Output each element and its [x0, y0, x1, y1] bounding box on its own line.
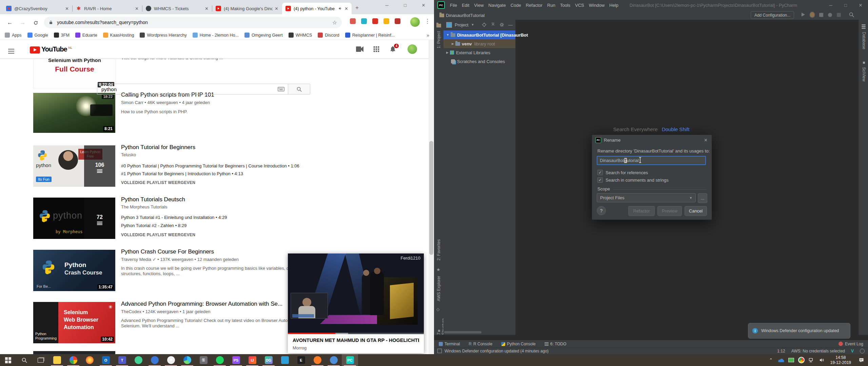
- scrollbar-thumb[interactable]: [429, 141, 433, 255]
- video-frame[interactable]: Ferdi1210: [288, 253, 424, 334]
- bookmark-whmcs[interactable]: WHMCS: [289, 33, 312, 38]
- dialog-title-bar[interactable]: PC Rename ✕: [592, 135, 712, 145]
- new-tab-button[interactable]: +: [355, 4, 359, 11]
- view-full-playlist-link[interactable]: VOLLEDIGE PLAYLIST WEERGEVEN: [121, 180, 195, 185]
- project-panel-title[interactable]: Project: [455, 22, 468, 27]
- taskbar-search-button[interactable]: [16, 354, 33, 366]
- onedrive-icon[interactable]: [776, 354, 786, 366]
- gear-icon[interactable]: [499, 22, 504, 27]
- cancel-button[interactable]: Cancel: [685, 206, 707, 216]
- taskbar-edge[interactable]: [179, 354, 195, 366]
- tab-close-icon[interactable]: ✕: [205, 6, 209, 11]
- taskbar-keepass[interactable]: ⚿: [195, 354, 212, 366]
- video-title[interactable]: Python Tutorials Deutsch: [121, 196, 185, 203]
- browser-close-button[interactable]: ✕: [416, 0, 431, 10]
- menu-vcs[interactable]: VCS: [575, 3, 584, 8]
- bookmark-home-2lemon-ho[interactable]: Home - 2lemon Ho...: [193, 33, 239, 38]
- taskbar-firefox[interactable]: [81, 354, 98, 366]
- extension-2-icon[interactable]: [361, 18, 367, 24]
- taskbar-clock[interactable]: 14:58 19-12-2019: [827, 355, 854, 365]
- taskbar-vscode[interactable]: [277, 354, 293, 366]
- taskbar-discord[interactable]: [326, 354, 342, 366]
- locate-icon[interactable]: [482, 22, 487, 27]
- taskbar-outlook[interactable]: O: [98, 354, 114, 366]
- browser-maximize-button[interactable]: □: [397, 0, 413, 10]
- scope-dropdown[interactable]: Project Files ▼: [597, 193, 696, 202]
- apps-grid-icon[interactable]: [373, 46, 380, 53]
- checkbox-search-comments[interactable]: ✓ Search in comments and strings: [597, 177, 669, 183]
- video-preview-player[interactable]: Ferdi1210 AVONTUREN MET MAHMUD IN GTA RP…: [288, 253, 424, 353]
- playlist-entry[interactable]: Python 3 Tutorial #1 - Einleitung und In…: [121, 215, 227, 220]
- notifications-bell-icon[interactable]: 4: [389, 45, 396, 53]
- profiler-button[interactable]: [828, 13, 832, 17]
- youtube-avatar[interactable]: [408, 44, 417, 54]
- bookmark-reisplanner-reisinf[interactable]: Reisplanner | Reisinf...: [345, 33, 395, 38]
- progress-track[interactable]: [288, 333, 424, 334]
- tab-audio-icon[interactable]: [338, 6, 342, 11]
- profile-avatar[interactable]: [410, 17, 420, 27]
- caret-position[interactable]: 1:12: [777, 349, 785, 353]
- tool-tab-favorites[interactable]: 2: Favorites: [436, 239, 441, 261]
- chevron-down-icon[interactable]: ▼: [471, 23, 474, 26]
- volume-icon[interactable]: [817, 354, 827, 366]
- bookmark-eduarte[interactable]: Eduarte: [75, 33, 97, 38]
- bookmark-wordpress-hierarchy[interactable]: Wordpress Hierarchy: [140, 33, 186, 38]
- tree-item-venv[interactable]: ▶ venv library root: [443, 39, 515, 48]
- tab-close-icon[interactable]: ✕: [275, 6, 278, 11]
- back-button[interactable]: ←: [5, 18, 14, 27]
- tab-ravr[interactable]: ✱ RAVR - Home ✕: [73, 3, 142, 14]
- extension-3-icon[interactable]: [372, 18, 378, 24]
- preview-button[interactable]: Preview: [657, 206, 682, 216]
- bookmark-3fm[interactable]: 3FM: [54, 33, 70, 38]
- menu-navigate[interactable]: Navigate: [488, 3, 506, 8]
- status-message[interactable]: Windows Defender configuration updated (…: [445, 349, 549, 353]
- checkbox-icon[interactable]: ✓: [597, 177, 603, 183]
- tool-tab-aws-explorer[interactable]: AWS Explorer: [436, 276, 441, 301]
- task-view-button[interactable]: [33, 354, 49, 366]
- preview-channel[interactable]: Morrog: [293, 345, 419, 350]
- tool-tab-python-console[interactable]: Python Console: [501, 342, 536, 346]
- vcs-icon[interactable]: V: [851, 349, 854, 353]
- playlist-thumbnail[interactable]: python by Morpheus 72: [33, 198, 115, 239]
- playlist-thumbnail[interactable]: python Its Fun Learn Python Free 106: [33, 145, 115, 187]
- window-icon[interactable]: [437, 349, 442, 353]
- menu-refactor[interactable]: Refactor: [526, 3, 542, 8]
- add-configuration-button[interactable]: Add Configuration...: [751, 11, 794, 19]
- tab-close-icon[interactable]: ✕: [344, 6, 348, 11]
- tree-expand-icon[interactable]: ▶: [452, 42, 454, 45]
- taskbar-teams[interactable]: T: [114, 354, 130, 366]
- bookmark-omgeving-geert[interactable]: Omgeving Geert: [244, 33, 283, 38]
- menu-window[interactable]: Window: [589, 3, 605, 8]
- taskbar-explorer[interactable]: [49, 354, 65, 366]
- tab-python-youtube-active[interactable]: (4) python - YouTube ✕: [282, 3, 352, 14]
- video-thumbnail[interactable]: Python Crash Course For Be... 1:35:47: [33, 250, 115, 291]
- tree-item-project-root[interactable]: ▼ DinasaurBotTutorial [DinasaurBot: [443, 30, 515, 39]
- video-meta[interactable]: TheCodex • 124K weergaven • 1 jaar geled…: [121, 309, 211, 314]
- project-tool-icon[interactable]: [436, 24, 441, 27]
- youtube-search-box[interactable]: [97, 84, 288, 95]
- video-thumbnail[interactable]: 18:22 8:21: [33, 93, 115, 133]
- menu-run[interactable]: Run: [547, 3, 555, 8]
- collapse-all-icon[interactable]: [491, 22, 495, 27]
- tool-tab-r-console[interactable]: RR Console: [469, 342, 492, 346]
- tool-tab-todo[interactable]: 6: TODO: [545, 342, 567, 346]
- playlist-entry[interactable]: #0 Python Tutorial | Python Programming …: [121, 163, 299, 168]
- menu-help[interactable]: Help: [609, 3, 618, 8]
- tab-close-icon[interactable]: ✕: [65, 6, 69, 11]
- tool-tab-project[interactable]: 1: Project: [436, 31, 441, 48]
- upload-video-icon[interactable]: [356, 46, 364, 52]
- address-bar[interactable]: ☆: [44, 17, 342, 28]
- tree-expand-icon[interactable]: ▶: [446, 51, 449, 54]
- browser-menu-icon[interactable]: ⋮: [425, 18, 430, 25]
- run-button[interactable]: [802, 13, 805, 17]
- tab-close-icon[interactable]: ✕: [135, 6, 139, 11]
- url-input[interactable]: [56, 19, 332, 25]
- reload-button[interactable]: [31, 18, 40, 27]
- menu-view[interactable]: View: [474, 3, 484, 8]
- pycharm-maximize-button[interactable]: □: [838, 0, 853, 10]
- playlist-entry[interactable]: Python Tutorial #2 - Zahlen • 8:29: [121, 223, 186, 228]
- start-button[interactable]: [0, 354, 16, 366]
- bookmark-star-icon[interactable]: ☆: [332, 19, 337, 26]
- bookmark-google[interactable]: Google: [27, 33, 48, 38]
- dialog-close-icon[interactable]: ✕: [704, 138, 708, 143]
